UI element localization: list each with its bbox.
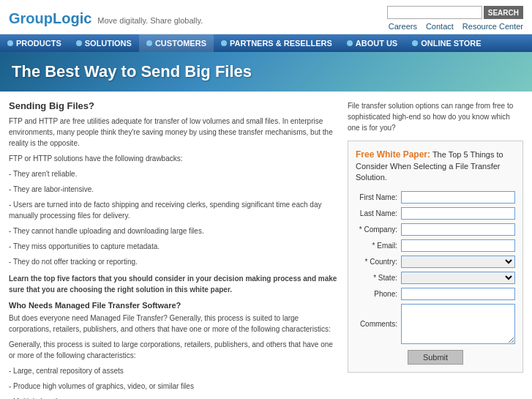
nav-item-products[interactable]: PRODUCTS	[0, 34, 69, 52]
form-row-email: * Email:	[356, 239, 515, 252]
learn-text: Learn the top five factors that you shou…	[9, 273, 337, 295]
contact-link[interactable]: Contact	[426, 22, 454, 31]
intro-text: FTP and HTTP are free utilities adequate…	[9, 116, 337, 149]
hero-title: The Best Way to Send Big Files	[12, 62, 520, 81]
label-country: * Country:	[356, 258, 401, 266]
submit-button[interactable]: Submit	[408, 350, 463, 365]
search-bar: SEARCH	[387, 6, 523, 19]
nav-label-solutions: SOLUTIONS	[85, 39, 132, 48]
nav-item-partners[interactable]: PARTNERS & RESELLERS	[214, 34, 340, 52]
label-firstname: First Name:	[356, 193, 401, 201]
label-phone: Phone:	[356, 290, 401, 298]
label-email: * Email:	[356, 242, 401, 250]
form-title-bold: Free White Paper:	[356, 149, 430, 160]
drawback-2: - They are labor-intensive.	[9, 184, 337, 195]
logo-text: GroupLogic	[9, 10, 91, 27]
logo: GroupLogic Move digitally. Share globall…	[9, 10, 203, 27]
input-phone[interactable]	[401, 288, 515, 300]
logo-tagline: Move digitally. Share globally.	[97, 16, 203, 25]
nav-dot	[412, 40, 418, 46]
form-row-phone: Phone:	[356, 288, 515, 300]
label-comments: Comments:	[356, 320, 401, 328]
nav-dot	[347, 40, 353, 46]
label-lastname: Last Name:	[356, 209, 401, 217]
select-state[interactable]	[401, 272, 515, 284]
nav-dot	[7, 40, 13, 46]
header-links: Careers Contact Resource Center	[389, 22, 523, 31]
form-row-country: * Country:	[356, 256, 515, 268]
main-heading: Sending Big Files?	[9, 100, 337, 111]
search-input[interactable]	[387, 6, 482, 19]
form-row-comments: Comments:	[356, 304, 515, 344]
drawback-3: - Users are turned into de facto shippin…	[9, 199, 337, 221]
nav-label-products: PRODUCTS	[16, 39, 61, 48]
hero-banner: The Best Way to Send Big Files	[0, 52, 532, 92]
form-row-state: * State:	[356, 272, 515, 284]
nav-label-partners: PARTNERS & RESELLERS	[230, 39, 332, 48]
search-button[interactable]: SEARCH	[484, 6, 523, 19]
nav-dot	[221, 40, 227, 46]
drawback-5: - They miss opportunities to capture met…	[9, 241, 337, 252]
nav-item-store[interactable]: ONLINE STORE	[405, 34, 488, 52]
form-title: Free White Paper: The Top 5 Things to Co…	[356, 149, 515, 184]
nav-label-customers: CUSTOMERS	[155, 39, 206, 48]
left-column: Sending Big Files? FTP and HTTP are free…	[9, 100, 337, 399]
form-row-firstname: First Name:	[356, 191, 515, 204]
main-content: Sending Big Files? FTP and HTTP are free…	[0, 92, 532, 399]
drawback-6: - They do not offer tracking or reportin…	[9, 256, 337, 267]
right-desc: File transfer solution options can range…	[348, 100, 523, 133]
input-firstname[interactable]	[401, 191, 515, 204]
nav-item-customers[interactable]: CUSTOMERS	[139, 34, 214, 52]
label-state: * State:	[356, 274, 401, 282]
main-nav: PRODUCTS SOLUTIONS CUSTOMERS PARTNERS & …	[0, 34, 532, 52]
input-company[interactable]	[401, 223, 515, 236]
right-column: File transfer solution options can range…	[348, 100, 523, 399]
char-2: - Produce high volumes of graphics, vide…	[9, 381, 337, 392]
label-company: * Company:	[356, 225, 401, 234]
char-3: - Multiple locations	[9, 396, 337, 399]
nav-dot	[146, 40, 152, 46]
drawbacks-heading: FTP or HTTP solutions have the following…	[9, 153, 337, 164]
textarea-comments[interactable]	[401, 304, 515, 344]
drawback-1: - They aren't reliable.	[9, 168, 337, 179]
char-1: - Large, central repository of assets	[9, 365, 337, 376]
nav-label-store: ONLINE STORE	[421, 39, 481, 48]
input-email[interactable]	[401, 239, 515, 252]
input-lastname[interactable]	[401, 207, 515, 220]
header: GroupLogic Move digitally. Share globall…	[0, 0, 532, 34]
careers-link[interactable]: Careers	[389, 22, 417, 31]
form-panel: Free White Paper: The Top 5 Things to Co…	[348, 141, 523, 373]
nav-item-about[interactable]: ABOUT US	[340, 34, 405, 52]
form-row-lastname: Last Name:	[356, 207, 515, 220]
who-intro: But does everyone need Managed File Tran…	[9, 313, 337, 335]
drawback-4: - They cannot handle uploading and downl…	[9, 225, 337, 236]
nav-item-solutions[interactable]: SOLUTIONS	[69, 34, 139, 52]
who-heading: Who Needs Managed File Transfer Software…	[9, 301, 337, 310]
submit-row: Submit	[356, 350, 515, 365]
select-country[interactable]	[401, 256, 515, 268]
generally-text: Generally, this process is suited to lar…	[9, 339, 337, 361]
header-right: SEARCH Careers Contact Resource Center	[387, 6, 523, 31]
form-row-company: * Company:	[356, 223, 515, 236]
nav-dot	[76, 40, 82, 46]
resource-center-link[interactable]: Resource Center	[462, 22, 523, 31]
nav-label-about: ABOUT US	[356, 39, 397, 48]
